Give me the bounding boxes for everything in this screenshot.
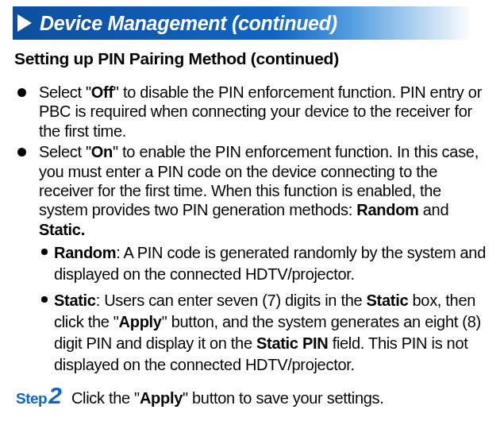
section-header-bar: Device Management (continued) bbox=[13, 6, 491, 40]
chevron-right-icon bbox=[17, 14, 32, 32]
step-instruction: Click the "Apply" button to save your se… bbox=[71, 389, 384, 407]
list-item: Select "On" to enable the PIN enforcemen… bbox=[14, 142, 490, 239]
bullet-icon bbox=[17, 148, 26, 156]
step-row: Step 2 Click the "Apply" button to save … bbox=[16, 384, 490, 407]
bullet-text: Select "On" to enable the PIN enforcemen… bbox=[39, 142, 490, 239]
bullet-icon bbox=[41, 249, 48, 255]
main-bullet-list: Select "Off" to disable the PIN enforcem… bbox=[14, 83, 490, 239]
list-item: Random: A PIN code is generated randomly… bbox=[41, 242, 490, 285]
sub-bullet-text: Random: A PIN code is generated randomly… bbox=[54, 242, 490, 285]
content-area: Setting up PIN Pairing Method (continued… bbox=[0, 49, 504, 407]
subheading: Setting up PIN Pairing Method (continued… bbox=[14, 49, 490, 68]
bullet-icon bbox=[41, 296, 48, 303]
list-item: Static: Users can enter seven (7) digits… bbox=[41, 290, 490, 376]
list-item: Select "Off" to disable the PIN enforcem… bbox=[14, 83, 490, 141]
bullet-text: Select "Off" to disable the PIN enforcem… bbox=[39, 83, 490, 141]
step-number: 2 bbox=[48, 384, 62, 407]
sub-bullet-text: Static: Users can enter seven (7) digits… bbox=[54, 290, 490, 376]
sub-bullet-list: Random: A PIN code is generated randomly… bbox=[41, 242, 490, 376]
step-label: Step bbox=[16, 390, 47, 407]
bullet-icon bbox=[17, 88, 26, 97]
section-title: Device Management (continued) bbox=[40, 12, 337, 35]
